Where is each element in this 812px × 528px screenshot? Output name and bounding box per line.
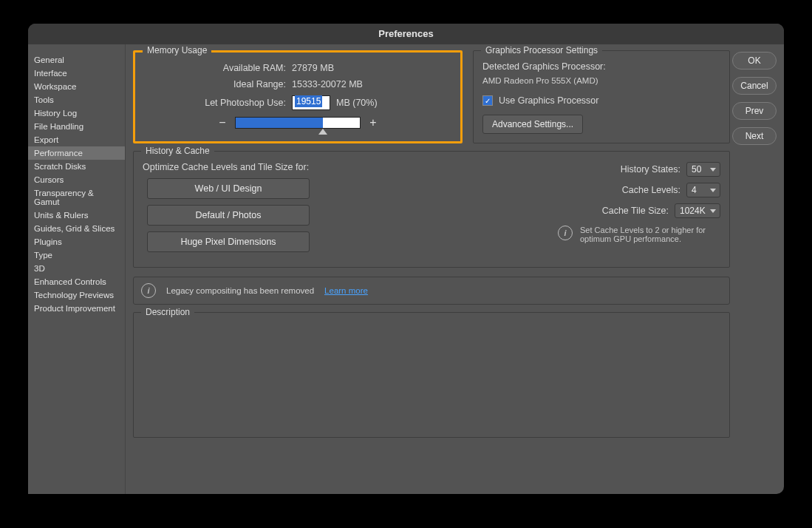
sidebar-item-file-handling[interactable]: File Handling <box>28 120 125 133</box>
gpu-settings-group: Graphics Processor Settings Detected Gra… <box>473 50 730 143</box>
description-group: Description <box>133 312 730 438</box>
learn-more-link[interactable]: Learn more <box>324 286 368 295</box>
ok-button[interactable]: OK <box>732 52 777 70</box>
ram-input[interactable]: 19515 <box>292 95 330 110</box>
prev-button[interactable]: Prev <box>732 102 777 120</box>
ram-decrease-button[interactable]: − <box>217 116 228 129</box>
available-ram-label: Available RAM: <box>144 63 292 73</box>
cache-tile-size-select[interactable]: 1024K <box>675 203 720 218</box>
cache-tile-size-label: Cache Tile Size: <box>602 206 669 216</box>
let-use-label: Let Photoshop Use: <box>144 98 292 108</box>
sidebar-item-performance[interactable]: Performance <box>28 146 125 160</box>
ideal-range-value: 15333-20072 MB <box>292 79 363 89</box>
legacy-text: Legacy compositing has been removed <box>166 286 314 295</box>
available-ram-value: 27879 MB <box>292 63 334 73</box>
cache-levels-select[interactable]: 4 <box>686 183 720 197</box>
sidebar-item-units-rulers[interactable]: Units & Rulers <box>28 209 125 222</box>
sidebar-item-export[interactable]: Export <box>28 133 125 146</box>
legacy-compositing-notice: i Legacy compositing has been removed Le… <box>133 277 730 305</box>
sidebar-item-guides-grid-slices[interactable]: Guides, Grid & Slices <box>28 222 125 235</box>
sidebar-item-3d[interactable]: 3D <box>28 262 125 275</box>
dialog-buttons: OK Cancel Prev Next <box>732 52 777 145</box>
preferences-dialog: Preferences GeneralInterfaceWorkspaceToo… <box>28 24 784 494</box>
gpu-detected-label: Detected Graphics Processor: <box>482 61 720 72</box>
main-panel: OK Cancel Prev Next Memory Usage Availab… <box>126 44 784 494</box>
sidebar-item-scratch-disks[interactable]: Scratch Disks <box>28 160 125 173</box>
cache-levels-label: Cache Levels: <box>622 185 680 195</box>
preset-default-photos[interactable]: Default / Photos <box>147 205 310 226</box>
gpu-legend: Graphics Processor Settings <box>481 45 602 55</box>
sidebar-item-general[interactable]: General <box>28 53 125 67</box>
memory-usage-legend: Memory Usage <box>143 45 211 55</box>
description-legend: Description <box>141 307 194 317</box>
sidebar-item-transparency-gamut[interactable]: Transparency & Gamut <box>28 186 125 209</box>
history-states-select[interactable]: 50 <box>686 162 720 177</box>
memory-usage-group: Memory Usage Available RAM: 27879 MB Ide… <box>133 50 463 143</box>
sidebar-item-interface[interactable]: Interface <box>28 67 125 80</box>
preset-web-ui-design[interactable]: Web / UI Design <box>147 178 310 199</box>
next-button[interactable]: Next <box>732 127 777 145</box>
cache-info-text: Set Cache Levels to 2 or higher for opti… <box>580 226 720 243</box>
ideal-range-label: Ideal Range: <box>144 79 292 89</box>
ram-slider[interactable] <box>235 117 361 129</box>
info-icon: i <box>141 283 156 298</box>
dialog-title: Preferences <box>28 24 784 44</box>
preset-huge-pixel-dimensions[interactable]: Huge Pixel Dimensions <box>147 231 310 252</box>
use-gpu-label: Use Graphics Processor <box>499 95 598 106</box>
optimize-label: Optimize Cache Levels and Tile Size for: <box>143 162 425 172</box>
sidebar-item-technology-previews[interactable]: Technology Previews <box>28 288 125 302</box>
sidebar-item-history-log[interactable]: History Log <box>28 106 125 120</box>
sidebar-item-plugins[interactable]: Plugins <box>28 235 125 248</box>
gpu-advanced-settings-button[interactable]: Advanced Settings... <box>482 115 583 134</box>
cancel-button[interactable]: Cancel <box>732 77 777 95</box>
use-gpu-checkbox[interactable]: ✓ <box>482 95 493 106</box>
history-cache-legend: History & Cache <box>141 146 214 156</box>
gpu-detected-value: AMD Radeon Pro 555X (AMD) <box>482 76 720 85</box>
history-cache-group: History & Cache Optimize Cache Levels an… <box>133 151 730 268</box>
history-states-label: History States: <box>621 164 680 175</box>
sidebar-item-tools[interactable]: Tools <box>28 93 125 106</box>
sidebar-item-workspace[interactable]: Workspace <box>28 80 125 93</box>
sidebar-item-cursors[interactable]: Cursors <box>28 173 125 186</box>
sidebar-item-product-improvement[interactable]: Product Improvement <box>28 302 125 315</box>
ram-increase-button[interactable]: + <box>368 116 378 129</box>
info-icon: i <box>558 226 573 240</box>
sidebar-item-enhanced-controls[interactable]: Enhanced Controls <box>28 275 125 288</box>
sidebar: GeneralInterfaceWorkspaceToolsHistory Lo… <box>28 44 126 494</box>
sidebar-item-type[interactable]: Type <box>28 248 125 262</box>
ram-suffix: MB (70%) <box>336 98 378 108</box>
